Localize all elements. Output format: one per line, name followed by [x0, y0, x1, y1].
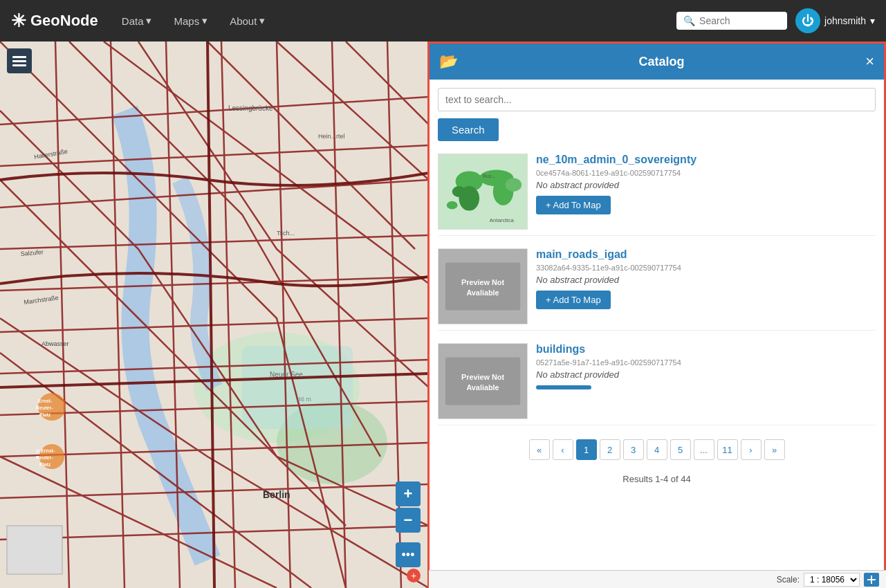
page-2-button[interactable]: 2: [600, 439, 620, 460]
svg-text:Reuter-: Reuter-: [36, 405, 53, 410]
catalog-title: Catalog: [465, 55, 858, 69]
add-to-map-button-0[interactable]: + Add To Map: [536, 196, 611, 214]
page-11-button[interactable]: 11: [717, 439, 738, 460]
plus-icon: +: [411, 570, 416, 581]
nav-data[interactable]: Data ▾: [112, 9, 162, 33]
svg-text:46 m: 46 m: [297, 396, 311, 403]
svg-text:Lessingbrücke: Lessingbrücke: [228, 104, 273, 112]
nav-search-box[interactable]: 🔍: [676, 12, 787, 30]
catalog-search-row: [438, 88, 876, 111]
zoom-controls: + −: [396, 481, 421, 533]
brand-name: GeoNode: [30, 12, 98, 30]
layer-id-3: 05271a5e-91a7-11e9-a91c-002590717754: [536, 358, 876, 367]
layer-name-3: buildings: [536, 343, 876, 356]
nav-maps[interactable]: Maps ▾: [164, 9, 217, 33]
page-ellipsis: ...: [694, 439, 714, 460]
page-first-button[interactable]: «: [529, 439, 550, 460]
layers-button[interactable]: [7, 48, 32, 73]
svg-text:Abwasser: Abwasser: [41, 340, 69, 347]
svg-text:Neuer See: Neuer See: [270, 371, 303, 378]
catalog-body: Search Antarctica: [430, 80, 884, 586]
svg-text:Rus...: Rus...: [483, 174, 495, 178]
catalog-close-button[interactable]: ×: [865, 54, 874, 69]
layers-icon: [12, 54, 26, 68]
svg-text:Ernst-: Ernst-: [38, 398, 53, 403]
snowflake-icon: ✳: [11, 10, 26, 32]
svg-rect-45: [871, 576, 872, 584]
page-4-button[interactable]: 4: [647, 439, 667, 460]
svg-rect-24: [12, 60, 26, 62]
layer-abstract: No abstract provided: [536, 180, 876, 190]
svg-text:U Ernst-: U Ernst-: [36, 448, 55, 453]
brand-logo[interactable]: ✳ GeoNode: [11, 10, 98, 32]
nav-right: 🔍 ⏻ johnsmith ▾: [676, 8, 875, 33]
zoom-in-button[interactable]: +: [396, 481, 421, 506]
svg-text:Preview Not: Preview Not: [461, 278, 504, 286]
layer-thumbnail-gray-2: Preview Not Avaliable: [438, 343, 528, 419]
layer-thumbnail-gray: Preview Not Avaliable: [438, 248, 528, 324]
layer-name: main_roads_igad: [536, 248, 876, 261]
svg-rect-3: [242, 346, 353, 429]
more-options-button[interactable]: •••: [396, 542, 421, 567]
scale-zoom-button[interactable]: [864, 573, 879, 587]
layer-id: 0ce4574a-8061-11e9-a91c-002590717754: [536, 169, 876, 177]
page-prev-button[interactable]: ‹: [553, 439, 573, 460]
nav-about[interactable]: About ▾: [220, 9, 275, 33]
layer-info: main_roads_igad 33082a64-9335-11e9-a91c-…: [536, 248, 876, 324]
main-area: Hallerstraße Salzufer Marchstraße Abwass…: [0, 42, 886, 588]
scale-label: Scale:: [777, 575, 800, 585]
svg-text:Tsch...: Tsch...: [277, 230, 295, 237]
nav-menu: Data ▾ Maps ▾ About ▾: [112, 9, 676, 33]
chevron-down-icon: ▾: [259, 15, 265, 27]
scale-select[interactable]: 1 : 18056: [804, 573, 860, 587]
pagination: « ‹ 1 2 3 4 5 ... 11 › »: [438, 432, 876, 467]
user-chevron-icon: ▾: [870, 15, 875, 26]
svg-text:Platz: Platz: [39, 412, 51, 417]
chevron-down-icon: ▾: [146, 15, 151, 27]
catalog-header: 📂 Catalog ×: [430, 44, 884, 80]
map-svg: Hallerstraße Salzufer Marchstraße Abwass…: [0, 42, 429, 588]
svg-text:Avaliable: Avaliable: [466, 383, 499, 392]
zoom-icon: [867, 576, 876, 584]
svg-text:Reuter-: Reuter-: [36, 455, 53, 460]
preview-not-available-thumb: Preview Not Avaliable: [439, 248, 527, 324]
world-map-thumb: Antarctica Rus...: [439, 154, 527, 230]
svg-rect-25: [12, 64, 26, 66]
catalog-search-button[interactable]: Search: [438, 118, 499, 141]
map-background: Hallerstraße Salzufer Marchstraße Abwass…: [0, 42, 429, 588]
svg-point-32: [447, 201, 458, 210]
layer-id: 33082a64-9335-11e9-a91c-002590717754: [536, 264, 876, 272]
layer-thumbnail-world: Antarctica Rus...: [438, 154, 528, 230]
folder-icon: 📂: [439, 53, 458, 71]
username-label: johnsmith: [824, 15, 866, 26]
add-to-map-button-1[interactable]: + Add To Map: [536, 291, 611, 309]
layer-name: ne_10m_admin_0_sovereignty: [536, 154, 876, 166]
results-text: Results 1-4 of 44: [438, 474, 876, 488]
svg-point-33: [452, 186, 466, 197]
layer-abstract-3: No abstract provided: [536, 369, 876, 380]
svg-point-31: [505, 178, 522, 192]
svg-rect-22: [7, 526, 62, 574]
catalog-panel: 📂 Catalog × Search: [427, 42, 886, 588]
page-last-button[interactable]: »: [764, 439, 785, 460]
navbar: ✳ GeoNode Data ▾ Maps ▾ About ▾ 🔍 ⏻ john…: [0, 0, 886, 42]
user-avatar: ⏻: [795, 8, 820, 33]
page-3-button[interactable]: 3: [623, 439, 644, 460]
zoom-out-button[interactable]: −: [396, 508, 421, 533]
page-5-button[interactable]: 5: [670, 439, 691, 460]
layer-info-3: buildings 05271a5e-91a7-11e9-a91c-002590…: [536, 343, 876, 419]
user-menu-button[interactable]: ⏻ johnsmith ▾: [795, 8, 875, 33]
layer-item: Antarctica Rus... ne_10m_admin_0_soverei…: [438, 148, 876, 236]
page-next-button[interactable]: ›: [741, 439, 762, 460]
svg-text:Berlin: Berlin: [263, 489, 290, 500]
catalog-search-input[interactable]: [438, 88, 876, 111]
chevron-down-icon: ▾: [202, 15, 207, 27]
layer-abstract: No abstract provided: [536, 275, 876, 285]
progress-bar: [536, 385, 591, 389]
layer-item: Preview Not Avaliable buildings 05271a5e…: [438, 338, 876, 425]
page-1-button[interactable]: 1: [576, 439, 597, 460]
nav-search-input[interactable]: [699, 15, 782, 26]
add-layer-button[interactable]: +: [407, 569, 421, 582]
map-container: Hallerstraße Salzufer Marchstraße Abwass…: [0, 42, 429, 588]
svg-text:Avaliable: Avaliable: [466, 288, 499, 297]
